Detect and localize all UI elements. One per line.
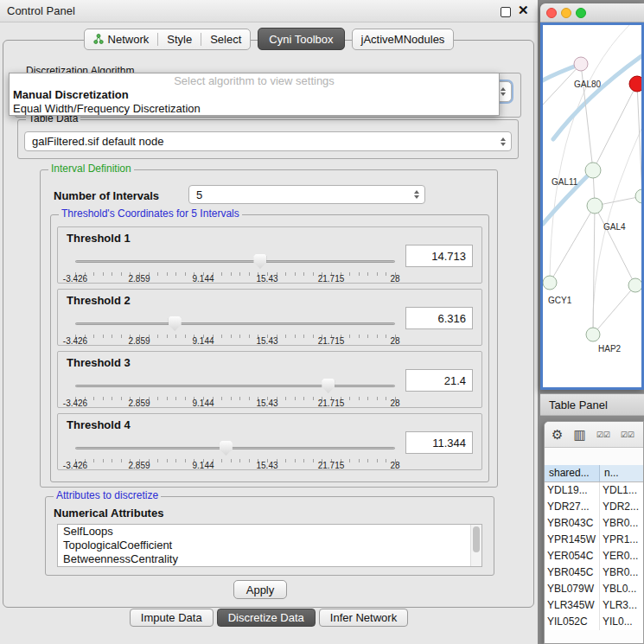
table-row[interactable]: YBL079WYBL0... — [545, 581, 643, 597]
table-row[interactable]: YBR043CYBR0... — [545, 515, 643, 532]
scale-label: 15.43 — [256, 336, 277, 346]
threshold-panel-4: Threshold 4 -3.426 2.859 9.144 15.43 21.… — [57, 413, 482, 470]
slider-track[interactable] — [75, 322, 395, 325]
slider-track[interactable] — [75, 447, 395, 450]
network-node[interactable] — [543, 276, 557, 290]
tab-infer-label: Infer Network — [330, 611, 397, 624]
network-node[interactable] — [574, 57, 588, 71]
scale-label: -3.426 — [63, 336, 87, 346]
apply-button[interactable]: Apply — [233, 580, 287, 599]
table-row[interactable]: YLR345WYLR3... — [545, 597, 643, 614]
tab-cyni-toolbox[interactable]: Cyni Toolbox — [258, 28, 344, 50]
threshold-3-slider[interactable] — [75, 378, 395, 395]
scale-label: 15.43 — [256, 274, 277, 284]
cell[interactable]: YIL052C — [545, 614, 600, 630]
table-data-combo[interactable]: galFiltered.sif default node — [24, 131, 512, 151]
tab-style-label: Style — [167, 33, 192, 46]
table-row[interactable]: YPR145WYPR1... — [545, 532, 643, 548]
cell[interactable]: YLR345W — [545, 597, 600, 614]
scale-label: 9.144 — [192, 274, 214, 284]
threshold-4-value-field[interactable] — [405, 431, 473, 454]
show-columns-icon[interactable]: ▥ — [573, 428, 585, 441]
cell[interactable]: YER0... — [600, 548, 643, 564]
cell[interactable]: YDR27... — [545, 499, 600, 515]
cell[interactable]: YDL19... — [545, 482, 600, 499]
cell[interactable]: YBR043C — [545, 515, 600, 532]
slider-thumb[interactable] — [169, 316, 182, 331]
network-node[interactable] — [586, 328, 600, 341]
algorithm-option-equal-width[interactable]: Equal Width/Frequency Discretization — [10, 102, 499, 116]
algorithm-option-manual[interactable]: Manual Discretization — [10, 88, 499, 102]
gear-icon[interactable]: ⚙ — [552, 428, 563, 441]
cell[interactable]: YIL0... — [600, 614, 643, 630]
list-item[interactable]: SelfLoops — [58, 525, 481, 539]
node-label: GAL4 — [603, 222, 626, 232]
scale-label: 15.43 — [256, 461, 277, 470]
slider-thumb[interactable] — [322, 379, 335, 393]
tab-style[interactable]: Style — [158, 29, 201, 49]
slider-track[interactable] — [75, 385, 395, 387]
scale-label: -3.426 — [63, 399, 87, 408]
network-node[interactable] — [585, 163, 601, 178]
tab-select[interactable]: Select — [201, 29, 250, 49]
threshold-1-value-field[interactable] — [405, 245, 473, 267]
table-row[interactable]: YER054CYER0... — [545, 548, 643, 564]
spinner-arrows-icon — [414, 190, 419, 199]
cell[interactable]: YDL1... — [600, 482, 643, 499]
zoom-traffic-light[interactable] — [576, 8, 586, 18]
network-edge — [550, 25, 629, 281]
threshold-4-slider[interactable] — [75, 440, 395, 457]
threshold-3-label: Threshold 3 — [67, 356, 131, 369]
table-row[interactable]: YDL19...YDL1... — [545, 482, 643, 499]
cell[interactable]: YLR3... — [600, 597, 643, 614]
float-window-icon[interactable] — [501, 7, 511, 17]
close-traffic-light[interactable] — [546, 8, 557, 18]
minimize-traffic-light[interactable] — [561, 8, 571, 18]
slider-track[interactable] — [75, 260, 395, 263]
list-item[interactable]: TopologicalCoefficient — [58, 539, 481, 552]
list-item[interactable]: BetweennessCentrality — [58, 552, 481, 566]
cell[interactable]: YER054C — [545, 548, 600, 564]
scale-label: 2.859 — [128, 399, 150, 408]
scrollbar-thumb[interactable] — [473, 526, 480, 552]
threshold-2-label: Threshold 2 — [67, 294, 131, 307]
cell[interactable]: YBR0... — [600, 515, 643, 532]
network-node-selected[interactable] — [629, 76, 641, 92]
network-node[interactable] — [628, 278, 641, 292]
cell[interactable]: YBL079W — [545, 581, 600, 597]
table-row[interactable]: YDR27...YDR2... — [545, 499, 643, 515]
cell[interactable]: YPR1... — [600, 532, 643, 548]
tab-jactivemnodules[interactable]: jActiveMNodules — [352, 29, 455, 50]
network-canvas[interactable]: GAL80 GAL11 GAL4 GCY1 HAP2 — [540, 22, 644, 390]
node-table-window: ⚙ ▥ ☑☑ ☑☑ shared... n... YDL19...YDL1...… — [544, 421, 644, 644]
control-panel-tab-group: Network Style Select — [84, 29, 252, 50]
tab-impute-data[interactable]: Impute Data — [130, 609, 214, 627]
cell[interactable]: YPR145W — [545, 532, 600, 548]
network-node[interactable] — [587, 198, 603, 214]
slider-thumb[interactable] — [220, 441, 233, 456]
tab-infer-network[interactable]: Infer Network — [319, 609, 408, 627]
select-all-icon[interactable]: ☑☑ — [621, 430, 634, 439]
table-row[interactable]: YIL052CYIL0... — [545, 614, 643, 630]
cell[interactable]: YBR0... — [600, 564, 643, 581]
threshold-1-label: Threshold 1 — [67, 232, 131, 245]
table-row[interactable]: YBR045CYBR0... — [545, 564, 643, 581]
close-icon[interactable]: ✕ — [518, 3, 529, 18]
list-scrollbar[interactable] — [470, 525, 481, 566]
threshold-3-value-field[interactable] — [405, 369, 473, 392]
column-header-name[interactable]: n... — [600, 465, 643, 481]
node-label: GAL80 — [574, 80, 602, 89]
tab-discretize-data[interactable]: Discretize Data — [217, 609, 316, 627]
threshold-2-value-field[interactable] — [405, 307, 473, 329]
network-node[interactable] — [635, 189, 641, 203]
threshold-1-slider[interactable] — [75, 253, 395, 271]
threshold-2-slider[interactable] — [75, 316, 395, 333]
tab-network[interactable]: Network — [85, 29, 158, 49]
cell[interactable]: YBR045C — [545, 564, 600, 581]
slider-thumb[interactable] — [253, 254, 266, 269]
cell[interactable]: YDR2... — [600, 499, 643, 515]
column-header-shared-name[interactable]: shared... — [545, 465, 600, 481]
number-of-intervals-combo[interactable]: 5 — [188, 185, 425, 204]
cell[interactable]: YBL0... — [600, 581, 643, 597]
select-columns-icon[interactable]: ☑☑ — [596, 430, 610, 439]
